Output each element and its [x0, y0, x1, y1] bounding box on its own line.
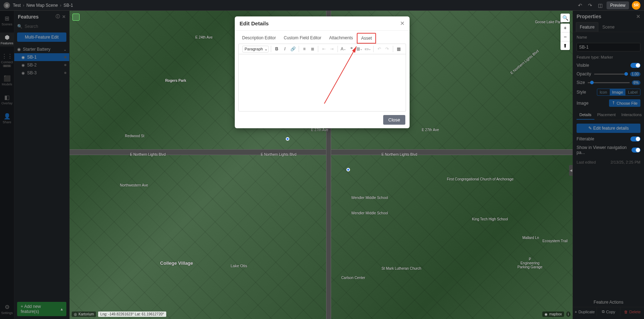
map-coords: Lng: -149.82261623° Lat: 61.19612720°	[98, 311, 166, 317]
road-label: E Northern Lights Blvd	[261, 153, 296, 156]
numbered-list-button[interactable]: ≣	[309, 45, 316, 53]
undo-icon[interactable]: ↶	[577, 2, 584, 9]
preview-button[interactable]: Preview	[607, 1, 629, 9]
breadcrumb-scene[interactable]: New Map Scene	[26, 3, 58, 8]
road-label: E Northern Lights Blvd	[381, 153, 417, 156]
link-button[interactable]: 🔗	[290, 45, 296, 53]
road-label: Mallard Ln	[522, 236, 539, 240]
undo-button[interactable]: ↶	[376, 45, 382, 53]
mapbox-attrib[interactable]: ◉mapbox	[542, 311, 564, 317]
editor-textarea[interactable]	[238, 54, 406, 111]
paragraph-select[interactable]: Paragraph⌄	[242, 46, 269, 53]
size-slider[interactable]	[588, 82, 629, 83]
separator	[318, 46, 318, 52]
tab-custom-field-editor[interactable]: Custom Field Editor	[280, 33, 325, 44]
map-footer-right: ◉mapbox i	[542, 311, 571, 317]
chevron-down-icon: ⌄	[369, 48, 371, 51]
map-place-label: Rogers Park	[165, 79, 186, 83]
separator	[338, 46, 338, 52]
chevron-down-icon: ⌄	[344, 48, 346, 51]
mapbox-label: mapbox	[549, 312, 562, 316]
map-place-label: Goose Lake Park	[535, 20, 563, 24]
quote-button[interactable]: ❝	[348, 45, 355, 53]
road-label: E 24th Ave	[196, 35, 213, 39]
breadcrumb: Test › New Map Scene › SB-1	[13, 3, 73, 8]
road-label: Lake Otis	[230, 264, 247, 268]
map-place-label: P Engineering Parking Garage	[517, 257, 542, 269]
breadcrumb-feature[interactable]: SB-1	[64, 3, 73, 8]
separator	[393, 46, 393, 52]
text-color-button[interactable]: A⌄	[340, 45, 347, 53]
road-label: E 27th Ave	[422, 128, 439, 132]
road-label: Northwestern Ave	[120, 183, 148, 187]
map-place-label: First Congregational Church of Anchorage	[447, 177, 514, 181]
avatar[interactable]: SR	[632, 1, 640, 10]
filterable-toggle[interactable]	[630, 136, 640, 141]
map-mode-toggle[interactable]	[72, 14, 80, 21]
map-marker[interactable]	[346, 168, 350, 171]
breadcrumb-root[interactable]: Test	[13, 3, 21, 8]
chevron-down-icon: ⌄	[264, 47, 268, 51]
topbar: ◎ Test › New Map Scene › SB-1 ↶ ↷ ◫ Prev…	[0, 0, 644, 11]
separator	[271, 46, 271, 52]
tab-asset[interactable]: Asset	[357, 33, 376, 44]
close-icon[interactable]: ✕	[400, 20, 405, 27]
chevron-right-icon: ›	[60, 3, 61, 8]
road-label: E 27th Ave	[311, 128, 328, 132]
map-place-label: College Village	[160, 260, 193, 266]
map-place-label: St Mark Lutheran Church	[381, 266, 421, 270]
mapbox-icon: ◉	[544, 312, 548, 316]
editor-toolbar: Paragraph⌄ B I 🔗 ≡ ≣ ⇤ ⇥ A⌄ ❝ ⊞⌄ ▭⌄ ↶ ↷	[238, 44, 406, 54]
zoom-in-button[interactable]: +	[561, 24, 570, 33]
modal-title: Edit Details	[240, 20, 269, 26]
source-button[interactable]: ▦	[395, 45, 402, 53]
chevron-right-icon: ›	[23, 3, 24, 8]
show-in-nav-toggle[interactable]	[632, 148, 640, 153]
collapse-properties-handle[interactable]: ◀	[569, 165, 573, 176]
panel-icon[interactable]: ◫	[597, 2, 604, 9]
bold-button[interactable]: B	[273, 45, 280, 53]
paragraph-label: Paragraph	[245, 47, 263, 51]
attrib-label: Kartorium	[78, 312, 94, 316]
zoom-out-button[interactable]: −	[561, 33, 570, 41]
map-place-label: Wendler Middle School	[351, 196, 388, 200]
modal-tabs: Description Editor Custom Field Editor A…	[235, 31, 410, 44]
map-attribution[interactable]: ◎Kartorium	[72, 311, 96, 317]
indent-button[interactable]: ⇥	[329, 45, 335, 53]
table-button[interactable]: ⊞⌄	[356, 45, 363, 53]
chevron-down-icon: ⌄	[360, 48, 362, 51]
separator	[373, 46, 374, 52]
redo-button[interactable]: ↷	[384, 45, 391, 53]
map-controls: 🔍 + − ⬆	[561, 14, 570, 50]
bullet-list-button[interactable]: ≡	[301, 45, 308, 53]
modal-footer: Close	[235, 111, 410, 128]
info-icon[interactable]: i	[566, 311, 571, 317]
modal-header: Edit Details ✕	[235, 16, 410, 31]
tab-description-editor[interactable]: Description Editor	[238, 33, 280, 44]
separator	[299, 46, 299, 52]
redo-icon[interactable]: ↷	[587, 2, 594, 9]
logo-icon: ◎	[74, 312, 77, 316]
close-button[interactable]: Close	[383, 115, 405, 125]
edit-details-modal: Edit Details ✕ Description Editor Custom…	[235, 16, 410, 128]
map-footer-left: ◎Kartorium Lng: -149.82261623° Lat: 61.1…	[72, 311, 166, 317]
opacity-slider[interactable]	[594, 74, 628, 75]
road-label: Redwood St	[125, 134, 144, 138]
italic-button[interactable]: I	[282, 45, 288, 53]
map-place-label: King Tech High School	[472, 217, 508, 221]
media-button[interactable]: ▭⌄	[364, 45, 371, 53]
visible-toggle[interactable]	[630, 63, 640, 68]
map-place-label: Carlson Center	[341, 276, 365, 280]
map-place-label: Ecosystem Trail	[542, 239, 568, 243]
outdent-button[interactable]: ⇤	[320, 45, 327, 53]
map-place-label: Wendler Middle School	[351, 211, 388, 215]
map-search-button[interactable]: 🔍	[561, 14, 570, 22]
tab-attachments[interactable]: Attachments	[325, 33, 357, 44]
road-label: E Northern Lights Blvd	[130, 153, 166, 156]
app-logo[interactable]: ◎	[4, 2, 10, 9]
compass-button[interactable]: ⬆	[561, 41, 570, 50]
